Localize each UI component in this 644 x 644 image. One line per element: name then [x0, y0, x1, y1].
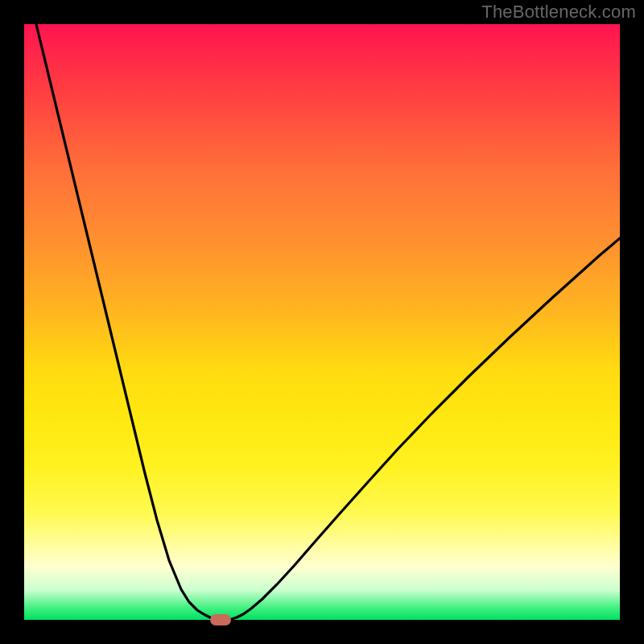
plot-area [24, 24, 620, 620]
chart-container: TheBottleneck.com [0, 0, 644, 644]
optimal-point-marker [210, 614, 231, 625]
curve-svg [24, 24, 620, 620]
watermark-text: TheBottleneck.com [481, 2, 636, 23]
bottleneck-curve [36, 24, 620, 620]
